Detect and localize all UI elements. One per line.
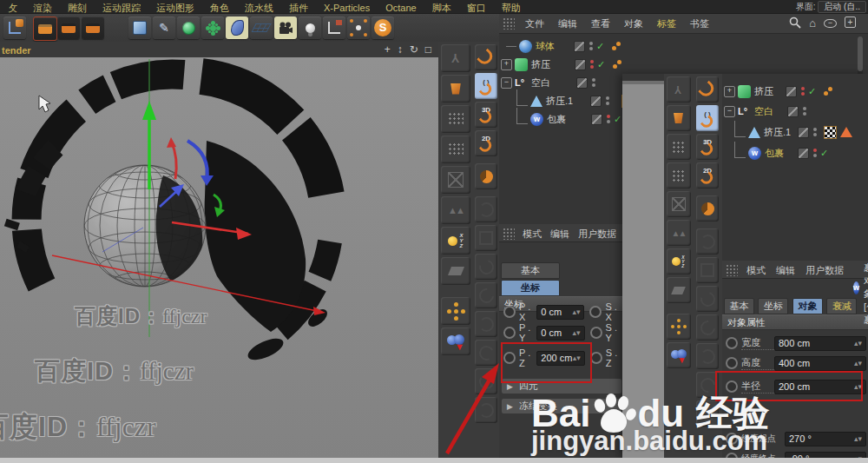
enable-check-icon[interactable]: ✓ <box>597 59 605 70</box>
menu-item-plugins[interactable]: 插件 <box>289 0 308 13</box>
layer-toggle-icon[interactable] <box>798 127 809 138</box>
keyframe-radio-icon[interactable] <box>726 337 738 349</box>
layer-toggle-icon[interactable] <box>798 148 809 159</box>
snap-mode-icon-disabled[interactable] <box>475 397 497 423</box>
snap-mode-icon-disabled[interactable] <box>475 368 497 394</box>
phong-tag-icon[interactable] <box>840 127 852 137</box>
visibility-dots-icon[interactable] <box>592 78 595 87</box>
spline-pen-button[interactable]: ✎ <box>153 17 175 39</box>
snap-mode-icon-disabled[interactable] <box>475 254 497 280</box>
layer-toggle-icon[interactable] <box>787 106 799 117</box>
height-field[interactable]: 400 cm▴▾ <box>774 356 866 371</box>
keyframe-radio-icon[interactable] <box>503 327 516 339</box>
generator-button[interactable] <box>201 17 224 39</box>
tab-coordinates[interactable]: 坐标 <box>501 280 560 296</box>
object-name[interactable]: 包裹 <box>547 113 566 126</box>
panel-grip-icon[interactable] <box>726 264 738 276</box>
om-menu-file[interactable]: 文件 <box>525 14 544 33</box>
layer-toggle-icon[interactable] <box>576 77 588 89</box>
triangles-icon[interactable]: ▲▲ <box>441 196 470 224</box>
object-name[interactable]: 包裹 <box>765 147 784 160</box>
panel-grip-icon[interactable] <box>503 228 515 240</box>
crossed-square-icon[interactable] <box>667 191 691 217</box>
light-button[interactable] <box>299 17 321 39</box>
snap-mode-icon-disabled[interactable] <box>475 225 497 251</box>
om-menu-tags[interactable]: 标签 <box>657 14 676 33</box>
object-name[interactable]: 挤压 <box>754 85 773 98</box>
menu-item-mograph[interactable]: 运动图形 <box>156 0 194 13</box>
deformer-button-selected[interactable] <box>226 17 248 39</box>
four-dots-icon[interactable] <box>441 297 470 325</box>
layer-toggle-icon[interactable] <box>575 59 586 70</box>
tab-coordinates[interactable]: 坐标 <box>758 298 788 314</box>
snap-3d-magnet-icon[interactable]: 3D <box>696 134 719 160</box>
om-menu-edit[interactable]: 编辑 <box>558 14 577 33</box>
visibility-dots-icon[interactable] <box>606 96 609 105</box>
snap-enable-magnet-icon[interactable] <box>475 44 497 70</box>
quantize-clock-icon[interactable] <box>475 163 497 189</box>
mograph-tag-icon[interactable] <box>612 59 622 69</box>
visibility-dots-icon[interactable] <box>589 42 593 50</box>
xparticles-button[interactable] <box>347 17 370 39</box>
paint-bucket-icon[interactable] <box>441 75 470 103</box>
snap-mode-icon-disabled[interactable] <box>475 311 497 337</box>
object-name[interactable]: 空白 <box>531 76 550 89</box>
home-icon[interactable]: ⌂ <box>809 17 816 30</box>
om-row-null[interactable]: − L° 空白 <box>724 103 866 120</box>
snap-3d-magnet-icon[interactable]: 3D <box>475 102 497 128</box>
snap-2d-magnet-icon[interactable]: 2D <box>475 130 497 156</box>
menu-item-window[interactable]: 窗口 <box>467 0 486 13</box>
crossed-square-icon[interactable] <box>441 166 470 194</box>
mograph-tag-icon[interactable] <box>611 41 621 51</box>
keyframe-radio-icon[interactable] <box>503 306 516 318</box>
menu-item-xparticles[interactable]: X-Particles <box>324 0 370 13</box>
interface-dropdown[interactable]: 启动 (自.. <box>818 1 866 13</box>
snap-auto-magnet-icon-active[interactable]: ( ) <box>475 73 497 99</box>
tab-object[interactable]: 对象 <box>792 298 823 314</box>
menu-item-fragment[interactable]: 攵 <box>8 0 17 13</box>
polygon-tool-icon[interactable] <box>441 257 470 285</box>
menu-item-pipeline[interactable]: 流水线 <box>245 0 273 13</box>
render-region-button[interactable] <box>57 17 80 39</box>
enable-check-icon[interactable]: ✓ <box>596 41 604 52</box>
paint-bucket-icon[interactable] <box>667 105 691 131</box>
viewport-pan-icon[interactable]: + <box>385 42 391 57</box>
object-name[interactable]: 球体 <box>536 40 555 53</box>
point-grid-icon[interactable] <box>441 136 470 163</box>
visibility-dots-icon[interactable] <box>590 60 594 69</box>
view-layout-button[interactable] <box>323 17 345 39</box>
axis-figure-icon[interactable]: Y <box>667 76 691 103</box>
tab-basic[interactable]: 基本 <box>501 262 560 279</box>
mograph-tag-icon[interactable] <box>823 86 833 96</box>
snap-mode-icon-disabled[interactable] <box>475 196 497 222</box>
subdivision-surface-button[interactable] <box>177 17 200 39</box>
longitude-start-field[interactable]: 270 °▴▾ <box>785 432 866 446</box>
layer-toggle-icon[interactable] <box>786 86 797 97</box>
snap-mode-icon-disabled[interactable] <box>696 257 719 283</box>
point-grid-icon[interactable] <box>667 134 691 160</box>
snap-mode-icon-disabled[interactable] <box>696 228 719 255</box>
search-icon[interactable] <box>789 17 801 29</box>
object-name[interactable]: 挤压.1 <box>764 126 791 139</box>
attr-menu-mode[interactable]: 模式 <box>523 224 542 243</box>
menu-item-script[interactable]: 脚本 <box>432 0 451 13</box>
add-cube-button[interactable] <box>128 17 151 39</box>
expand-icon[interactable]: + <box>501 59 512 70</box>
py-field[interactable]: 0 cm▴▾ <box>536 326 584 341</box>
snap-mode-icon-disabled[interactable] <box>696 314 719 341</box>
viewport-rotate-icon[interactable]: ↻ <box>410 42 418 57</box>
add-panel-icon[interactable]: + <box>845 17 856 28</box>
menu-item-octane[interactable]: Octane <box>385 0 416 13</box>
om-row-sphere[interactable]: 球体 ▶ ✓ <box>506 37 862 55</box>
snap-2d-magnet-icon[interactable]: 2D <box>696 162 719 189</box>
snap-mode-icon-disabled[interactable] <box>475 282 497 308</box>
four-dots-icon[interactable] <box>667 314 691 340</box>
viewport-dolly-icon[interactable]: ↕ <box>398 42 403 57</box>
attr-menu-mode[interactable]: 模式 <box>746 261 766 280</box>
tab-falloff[interactable]: 衰减 <box>826 298 857 314</box>
sketch-badge-button[interactable]: S <box>372 17 394 39</box>
object-name[interactable]: 空白 <box>754 105 773 118</box>
visibility-dots-icon[interactable] <box>803 107 806 116</box>
visibility-dots-icon[interactable] <box>813 149 817 157</box>
om-row-extrude[interactable]: + 挤压 ✓ <box>724 83 866 100</box>
